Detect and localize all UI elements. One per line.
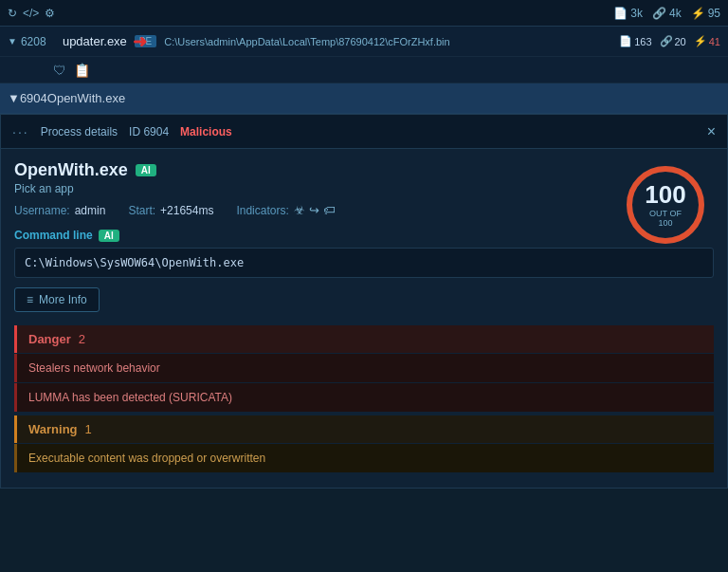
collapse-arrow-2: ▼ [8, 91, 20, 105]
start-label: Start: [128, 204, 155, 217]
collapse-arrow: ▼ [8, 36, 17, 46]
top-bar: ↻ </> ⚙ 📄 3k 🔗 4k ⚡ 95 [0, 0, 728, 27]
panel-body: 100 OUT OF 100 OpenWith.exe AI Pick an a… [1, 149, 727, 488]
process-name: updater.exe [63, 34, 127, 48]
ai-badge-cmd: AI [99, 230, 119, 242]
panel-id: ID 6904 [129, 125, 169, 138]
start-value: +21654ms [160, 204, 213, 217]
process-row-openwith[interactable]: ▼ 6904 OpenWith.exe [0, 83, 728, 114]
danger-count: 2 [79, 332, 85, 346]
bolt-icon: ⚡ [691, 7, 705, 20]
pick-app-label: Pick an app [14, 182, 714, 195]
more-info-button[interactable]: ≡ More Info [14, 287, 100, 312]
more-info-label: More Info [39, 293, 87, 306]
warning-item-1: Executable content was dropped or overwr… [14, 444, 714, 472]
conn-icon-small: 🔗 [660, 35, 673, 47]
info-row: Username: admin Start: +21654ms Indicato… [14, 203, 714, 217]
panel-title-label: Process details [41, 125, 118, 138]
stat-3k: 📄 3k [613, 7, 643, 20]
danger-title: Danger [28, 332, 71, 346]
top-bar-stats: 📄 3k 🔗 4k ⚡ 95 [613, 7, 720, 20]
panel-header-left: ··· Process details ID 6904 Malicious [12, 124, 232, 139]
annotation-arrow: ➜ [133, 31, 147, 52]
file-icon-small: 📄 [619, 35, 632, 47]
panel-status: Malicious [180, 125, 232, 138]
command-line-value: C:\Windows\SysWOW64\OpenWith.exe [14, 248, 714, 278]
score-circle: 100 OUT OF 100 [623, 162, 708, 248]
stat-95: ⚡ 95 [691, 7, 720, 20]
danger-item-1: Stealers network behavior [14, 354, 714, 382]
ai-badge-name: AI [136, 164, 156, 176]
warning-count: 1 [85, 422, 92, 436]
process-row-updater[interactable]: ▼ 6208 updater.exe PE C:\Users\admin\App… [0, 27, 728, 57]
command-line-label: Command line [14, 229, 93, 242]
detail-panel: ··· Process details ID 6904 Malicious × … [0, 114, 728, 489]
top-bar-icons: ↻ </> ⚙ [8, 7, 55, 20]
stat-alerts: ⚡ 41 [694, 35, 720, 47]
danger-section: Danger 2 Stealers network behavior LUMMA… [14, 325, 714, 412]
command-line-section: Command line AI [14, 229, 714, 242]
process-name-big: OpenWith.exe [14, 160, 128, 180]
process-icon-2[interactable]: 📋 [74, 63, 90, 78]
indicators-icons: ☣ ↪ 🏷 [294, 203, 336, 217]
process-name-row: OpenWith.exe AI [14, 160, 714, 180]
code-icon[interactable]: </> [23, 7, 39, 20]
danger-item-2: LUMMA has been detected (SURICATA) [14, 383, 714, 412]
stat-4k: 🔗 4k [652, 7, 682, 20]
process-row-stats: 📄 163 🔗 20 ⚡ 41 [619, 35, 720, 47]
stat-connections: 🔗 20 [660, 35, 686, 47]
process-pid: 6208 [21, 35, 55, 48]
stat-files: 📄 163 [619, 35, 651, 47]
warning-header: Warning 1 [14, 415, 714, 443]
score-inner: 100 OUT OF 100 [645, 182, 687, 228]
score-circle-container: 100 OUT OF 100 [623, 162, 708, 248]
close-button[interactable]: × [707, 123, 716, 140]
tag-icon: 🏷 [323, 203, 336, 217]
process-path: C:\Users\admin\AppData\Local\Temp\876904… [164, 36, 611, 47]
score-value: 100 [645, 182, 687, 207]
bio-icon: ☣ [294, 203, 305, 217]
username-value: admin [75, 204, 106, 217]
dots-menu[interactable]: ··· [12, 124, 29, 139]
process2-pid: 6904 [20, 91, 47, 105]
warning-section: Warning 1 Executable content was dropped… [14, 415, 714, 472]
danger-header: Danger 2 [14, 325, 714, 353]
process-icons-row: 🛡 📋 [0, 57, 728, 83]
process-icon-1[interactable]: 🛡 [53, 63, 66, 78]
username-item: Username: admin [14, 204, 105, 217]
start-item: Start: +21654ms [128, 204, 213, 217]
link-icon: 🔗 [652, 7, 666, 20]
panel-header: ··· Process details ID 6904 Malicious × [1, 115, 727, 149]
refresh-icon[interactable]: ↻ [8, 7, 17, 20]
indicators-label: Indicators: [236, 204, 288, 217]
file-icon: 📄 [613, 7, 628, 20]
process2-name: OpenWith.exe [47, 91, 125, 105]
warning-title: Warning [28, 422, 78, 436]
alert-icon-small: ⚡ [694, 35, 707, 47]
username-label: Username: [14, 204, 70, 217]
settings-icon[interactable]: ⚙ [45, 7, 55, 20]
indicators-item: Indicators: ☣ ↪ 🏷 [236, 203, 335, 217]
arrow-icon-indicator: ↪ [309, 203, 319, 217]
more-info-icon: ≡ [27, 293, 33, 306]
score-out-of: OUT OF 100 [645, 209, 687, 228]
